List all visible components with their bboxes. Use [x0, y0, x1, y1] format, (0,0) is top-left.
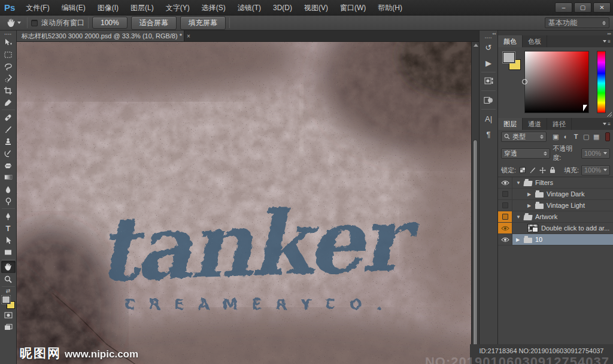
filter-adjustment-layers-icon[interactable]: ◐	[562, 133, 570, 140]
dock-expand-arrows[interactable]: ◂◂	[480, 31, 497, 36]
panel-menu-button[interactable]: ≡	[603, 118, 613, 130]
type-tool[interactable]: T	[1, 222, 16, 234]
visibility-toggle[interactable]	[498, 223, 512, 233]
panel-grip[interactable]: ▪▪▪▪	[4, 32, 12, 37]
expand-triangle-icon[interactable]: ▼	[516, 180, 521, 186]
lasso-tool[interactable]	[1, 60, 16, 72]
fit-screen-button[interactable]: 适合屏幕	[131, 16, 177, 30]
expand-triangle-icon[interactable]: ▼	[516, 214, 521, 220]
menu-help[interactable]: 帮助(H)	[372, 0, 408, 16]
filter-shape-layers-icon[interactable]: ▢	[582, 133, 590, 141]
screen-mode-toggle[interactable]	[1, 321, 16, 333]
canvas[interactable]: tanker C R E A M E R Y C O . 昵图网 www.nip…	[17, 42, 471, 364]
collapse-triangle-icon[interactable]: ▶	[516, 237, 521, 242]
adjustments-panel-icon[interactable]	[481, 75, 496, 88]
lock-position-icon[interactable]	[539, 167, 546, 174]
marquee-tool[interactable]	[1, 48, 16, 60]
blur-tool[interactable]	[1, 183, 16, 195]
lock-all-icon[interactable]	[550, 166, 556, 174]
clone-stamp-tool[interactable]	[1, 135, 16, 147]
opacity-dropdown[interactable]: 100%	[581, 148, 610, 159]
zoom-100-button[interactable]: 100%	[92, 17, 128, 29]
crop-tool[interactable]	[1, 84, 16, 96]
history-panel-icon[interactable]: ↺	[481, 41, 496, 54]
lock-transparency-icon[interactable]	[520, 167, 526, 173]
menu-view[interactable]: 视图(V)	[298, 0, 334, 16]
move-tool[interactable]	[1, 37, 16, 48]
swap-colors-icon[interactable]: ⇄	[6, 288, 11, 294]
menu-file[interactable]: 文件(F)	[20, 0, 55, 16]
layer-row-smart-object[interactable]: Double click to add ar...	[498, 223, 613, 234]
dodge-tool[interactable]	[1, 195, 16, 207]
tab-color[interactable]: 颜色	[498, 35, 523, 47]
masks-panel-icon[interactable]	[481, 93, 496, 107]
fill-dropdown[interactable]: 100%	[581, 165, 610, 175]
layer-row-vintage-light[interactable]: ▶Vintage Light	[498, 200, 613, 211]
saturation-brightness-field[interactable]	[524, 51, 589, 113]
brush-tool[interactable]	[1, 123, 16, 135]
layer-row-10[interactable]: ▶10	[498, 234, 613, 245]
menu-window[interactable]: 窗口(W)	[334, 0, 372, 16]
dock-collapse-arrows[interactable]: ▸▸	[498, 31, 613, 35]
tab-paths[interactable]: 路径	[547, 118, 572, 130]
menu-image[interactable]: 图像(I)	[92, 0, 125, 16]
quick-selection-tool[interactable]	[1, 72, 16, 84]
spot-healing-tool[interactable]	[1, 111, 16, 123]
lock-pixels-icon[interactable]	[529, 167, 536, 174]
document-tab[interactable]: 标志样机52300 3000 2000.psd @ 33.3% (10, RGB…	[17, 31, 184, 41]
workspace-switcher[interactable]: 基本功能	[545, 17, 609, 28]
eyedropper-tool[interactable]	[1, 96, 16, 108]
history-brush-tool[interactable]	[1, 147, 16, 159]
panel-menu-button[interactable]: ≡	[603, 35, 613, 47]
zoom-tool[interactable]	[1, 273, 16, 285]
pen-tool[interactable]	[1, 210, 16, 222]
layer-row-artwork[interactable]: ▼Artwork	[498, 211, 613, 223]
menu-select[interactable]: 选择(S)	[196, 0, 232, 16]
visibility-toggle[interactable]	[498, 189, 512, 199]
menu-type[interactable]: 文字(Y)	[160, 0, 196, 16]
layer-row-vintage-dark[interactable]: ▶Vintage Dark	[498, 189, 613, 200]
shape-tool[interactable]	[1, 246, 16, 258]
close-button[interactable]: ✕	[593, 2, 611, 13]
quick-mask-toggle[interactable]	[1, 309, 16, 321]
filter-on-off-toggle[interactable]	[605, 132, 610, 141]
menu-layer[interactable]: 图层(L)	[125, 0, 160, 16]
menu-filter[interactable]: 滤镜(T)	[232, 0, 267, 16]
canvas-vertical-scrollbar[interactable]	[471, 42, 479, 364]
smart-object-thumbnail[interactable]	[527, 224, 538, 232]
current-tool-indicator[interactable]	[4, 19, 23, 28]
visibility-toggle[interactable]	[498, 177, 512, 188]
foreground-background-swatches[interactable]	[2, 296, 15, 309]
foreground-color-swatch[interactable]	[2, 296, 10, 304]
hand-tool[interactable]	[1, 261, 16, 273]
collapse-triangle-icon[interactable]: ▶	[527, 192, 532, 197]
filter-smart-objects-icon[interactable]: ▦	[592, 133, 600, 141]
visibility-toggle[interactable]	[498, 211, 512, 222]
hue-slider[interactable]	[597, 51, 606, 113]
collapse-triangle-icon[interactable]: ▶	[527, 203, 532, 208]
character-panel-icon[interactable]: A|	[481, 112, 496, 125]
fill-screen-button[interactable]: 填充屏幕	[180, 16, 226, 30]
menu-edit[interactable]: 编辑(E)	[56, 0, 92, 16]
minimize-button[interactable]: –	[555, 2, 572, 13]
maximize-button[interactable]: ▢	[574, 2, 591, 13]
scroll-up-icon[interactable]	[474, 44, 478, 47]
menu-3d[interactable]: 3D(D)	[267, 0, 298, 16]
tab-channels[interactable]: 通道	[523, 118, 547, 130]
visibility-toggle[interactable]	[498, 234, 512, 245]
visibility-toggle[interactable]	[498, 200, 512, 211]
filter-type-layers-icon[interactable]: T	[572, 133, 580, 140]
panel-resize-grip[interactable]	[607, 112, 612, 117]
scrollbar-thumb[interactable]	[473, 139, 478, 352]
path-selection-tool[interactable]	[1, 234, 16, 246]
tab-close-icon[interactable]: ×	[187, 33, 190, 40]
scroll-all-windows-checkbox[interactable]	[31, 20, 38, 26]
filter-pixel-layers-icon[interactable]: ▣	[551, 133, 560, 141]
gradient-tool[interactable]	[1, 171, 16, 183]
paragraph-panel-icon[interactable]: ¶	[481, 128, 496, 141]
foreground-color-swatch[interactable]	[503, 52, 515, 63]
tab-swatches[interactable]: 色板	[523, 35, 547, 47]
filter-kind-dropdown[interactable]: 类型	[501, 132, 547, 142]
eraser-tool[interactable]	[1, 159, 16, 171]
layer-row-filters[interactable]: ▼Filters	[498, 177, 613, 189]
